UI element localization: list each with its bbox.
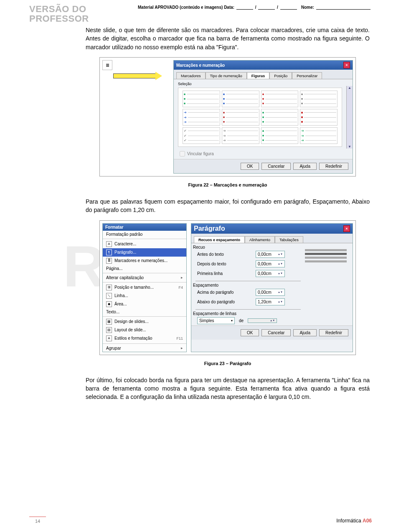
- menu-paragrafo[interactable]: ¶Parágrafo...: [103, 248, 186, 257]
- label-antes: Antes do texto: [197, 252, 251, 257]
- bullet-option[interactable]: [300, 91, 338, 107]
- screenshot-paragraph-dialog: Formatar Formatação padrão ACaractere...…: [99, 220, 356, 355]
- cancel-button[interactable]: Cancelar: [261, 163, 291, 170]
- label-de: de: [239, 318, 244, 323]
- tab-recuos[interactable]: Recuos e espaçamento: [194, 236, 245, 243]
- stamp-line-2: PROFESSOR: [29, 14, 372, 23]
- slide-design-icon: ▦: [106, 319, 112, 325]
- tab-figuras[interactable]: Figuras: [247, 72, 270, 79]
- bullet-selection-grid: ➔➔➔ ✔✔✔ ➔➔➔ ➔➔➔: [178, 88, 342, 147]
- select-simples[interactable]: Simples▾: [197, 317, 235, 324]
- dialog-titlebar: Marcações e numeração ×: [174, 61, 353, 70]
- slash-1: /: [255, 5, 256, 10]
- ok-button[interactable]: OK: [241, 163, 259, 170]
- input-acima[interactable]: 0,00cm▲▼: [256, 289, 285, 296]
- link-figure-checkbox[interactable]: Vincular figura: [174, 149, 353, 159]
- shortcut-f4: F4: [178, 285, 183, 290]
- format-menu: Formatar Formatação padrão ACaractere...…: [102, 223, 187, 352]
- shortcut-f11: F11: [176, 336, 183, 340]
- slash-2: /: [277, 5, 278, 10]
- paragraph-dialog: Parágrafo × Recuos e espaçamento Alinham…: [191, 223, 353, 352]
- menu-estilos[interactable]: AEstilos e formataçãoF11: [103, 334, 186, 343]
- tab-alinhamento[interactable]: Alinhamento: [245, 236, 275, 243]
- tab-posicao[interactable]: Posição: [269, 72, 292, 79]
- menu-marcadores[interactable]: ≣Marcadores e numerações...: [103, 257, 186, 265]
- close-icon[interactable]: ×: [343, 225, 350, 232]
- page-footer: 14 Informática A06: [29, 517, 372, 524]
- bullet-option[interactable]: [261, 127, 299, 144]
- bullets-icon: ≣: [106, 258, 112, 264]
- bullet-option[interactable]: [261, 91, 299, 107]
- menu-posicao-tamanho[interactable]: ⊞Posição e tamanho...F4: [103, 283, 186, 292]
- char-icon: A: [106, 241, 112, 247]
- paragraph-3: Por último, foi colocado borda na figura…: [86, 376, 370, 401]
- link-figure-label: Vincular figura: [187, 151, 214, 156]
- approval-header: Material APROVADO (conteúdo e imagens) D…: [138, 5, 388, 10]
- bullet-option[interactable]: ✔✔✔: [183, 127, 220, 144]
- bullet-option[interactable]: ➔➔➔: [183, 109, 220, 126]
- bullet-option[interactable]: [261, 109, 299, 126]
- bullet-option[interactable]: ➔➔➔: [222, 127, 259, 144]
- help-button[interactable]: Ajuda: [293, 163, 317, 170]
- checkbox-input[interactable]: [180, 151, 185, 156]
- bullet-option[interactable]: [222, 109, 259, 126]
- area-icon: ◆: [106, 301, 112, 307]
- cancel-button[interactable]: Cancelar: [261, 329, 291, 336]
- label-abaixo: Abaixo do parágrafo: [197, 300, 251, 304]
- bullets-toolbar-icon: ≣: [102, 60, 112, 70]
- help-button[interactable]: Ajuda: [293, 329, 317, 336]
- tab-marcadores[interactable]: Marcadores: [176, 72, 206, 79]
- menu-layout-slide[interactable]: ▤Layout de slide...: [103, 326, 186, 334]
- menu-linha[interactable]: ＼Linha...: [103, 292, 186, 300]
- input-abaixo[interactable]: 1,20cm▲▼: [256, 298, 285, 305]
- footer-subject: Informática: [336, 518, 361, 524]
- reset-button[interactable]: Redefinir: [319, 329, 348, 336]
- line-icon: ＼: [106, 293, 112, 299]
- group-espacamento: Espaçamento: [191, 281, 305, 287]
- scrollbar[interactable]: ▲▼: [346, 86, 353, 149]
- position-icon: ⊞: [106, 285, 112, 290]
- name-blank: [316, 5, 371, 10]
- paragraph-title: Parágrafo: [194, 225, 225, 232]
- menu-area[interactable]: ◆Área...: [103, 300, 186, 308]
- figure-22-caption: Figura 22 – Marcações e numeração: [86, 182, 370, 187]
- label-acima: Acima do parágrafo: [197, 290, 251, 295]
- tab-tipo-numeracao[interactable]: Tipo de numeração: [206, 72, 247, 79]
- bullet-option[interactable]: [183, 91, 220, 107]
- yellow-arrow: [105, 72, 162, 80]
- menu-pagina[interactable]: Página...: [103, 265, 186, 272]
- bullet-option[interactable]: [300, 109, 338, 126]
- paragraph-1: Neste slide, o que tem de diferente são …: [86, 26, 370, 51]
- bullet-option[interactable]: ➔➔➔: [300, 127, 338, 144]
- dialog-title: Marcações e numeração: [176, 63, 225, 68]
- slide-layout-icon: ▤: [106, 327, 112, 333]
- input-depois[interactable]: 0,00cm▲▼: [256, 260, 285, 267]
- reset-button[interactable]: Redefinir: [319, 163, 348, 170]
- bullet-option[interactable]: [222, 91, 259, 107]
- menu-design-slides[interactable]: ▦Design de slides...: [103, 318, 186, 326]
- date-blank-2: [258, 5, 275, 10]
- dialog-tabs: Marcadores Tipo de numeração Figuras Pos…: [174, 70, 353, 79]
- tab-personalizar[interactable]: Personalizar: [292, 72, 322, 79]
- paragraph-2: Para que as palavras fiquem com espaçame…: [86, 197, 370, 214]
- input-antes[interactable]: 0,00cm▲▼: [256, 251, 285, 258]
- input-primeira[interactable]: 0,00cm▲▼: [256, 270, 285, 277]
- section-selecao: Seleção: [174, 79, 353, 86]
- tab-tabulacoes[interactable]: Tabulações: [275, 236, 303, 243]
- screenshot-bullets-dialog: ≣ Marcações e numeração × Marcadores Tip…: [99, 57, 356, 176]
- menu-capitalizacao[interactable]: Alterar capitalização▸: [103, 274, 186, 281]
- date-blank-3: [280, 5, 297, 10]
- menu-texto[interactable]: Texto...: [103, 308, 186, 315]
- close-icon[interactable]: ×: [343, 62, 350, 68]
- paragraph-icon: ¶: [106, 250, 112, 255]
- approval-prefix: Material APROVADO (conteúdo e imagens) D…: [138, 5, 234, 10]
- label-depois: Depois do texto: [197, 262, 251, 266]
- preview-thumb: [305, 249, 347, 262]
- menu-formatacao-padrao[interactable]: Formatação padrão: [103, 231, 186, 238]
- paragraph-titlebar: Parágrafo ×: [191, 224, 353, 234]
- menu-caractere[interactable]: ACaractere...: [103, 240, 186, 248]
- menu-agrupar[interactable]: Agrupar▸: [103, 345, 186, 352]
- format-menu-title: Formatar: [103, 224, 186, 231]
- ok-button[interactable]: OK: [241, 329, 259, 336]
- label-primeira: Primeira linha: [197, 271, 251, 276]
